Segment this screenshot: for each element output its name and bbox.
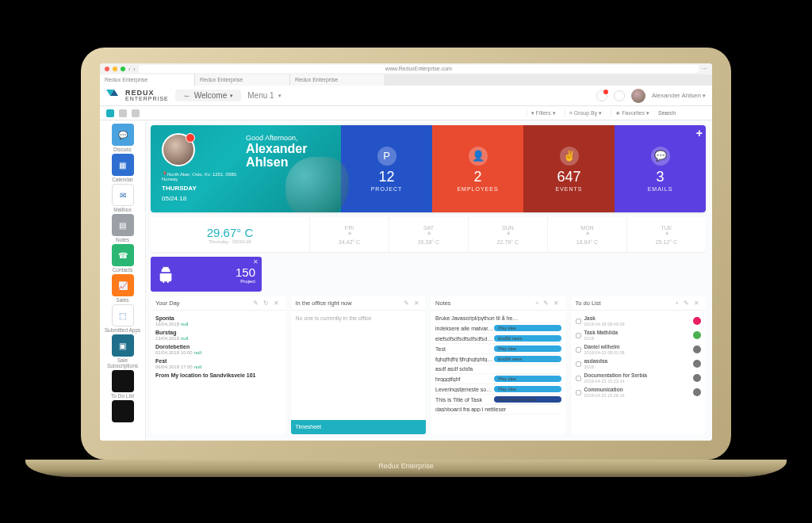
search-input[interactable] bbox=[658, 110, 706, 116]
assignee-avatar bbox=[693, 345, 701, 353]
todo-row[interactable]: Jask2018-04-18 08:49:09 bbox=[576, 314, 702, 328]
hero-banner: + North Aker, Oslo, Kv. 1251, 0580, Norw… bbox=[151, 125, 706, 212]
card-your-day: Your Day✎ ↻ ✕ Sponta16/04,2018 nullBurst… bbox=[151, 296, 286, 434]
note-row[interactable]: TestPlay idea bbox=[435, 344, 561, 354]
chat-icon[interactable] bbox=[614, 90, 625, 101]
note-row[interactable]: Bruke Javascript/python til å he… bbox=[435, 314, 561, 323]
note-row[interactable]: Leveringstjeneste som er en bla…Play ide… bbox=[435, 384, 561, 395]
timesheet-button[interactable]: Timesheet bbox=[291, 420, 427, 434]
todo-row[interactable]: asdasdsa2018 bbox=[576, 357, 702, 371]
window-max[interactable] bbox=[121, 67, 125, 71]
sidebar-label: Calendar bbox=[105, 177, 141, 182]
menu-1[interactable]: Menu 1 bbox=[247, 91, 281, 100]
welcome-dropdown[interactable]: ← Welcome ▾ bbox=[175, 90, 242, 101]
assignee-avatar bbox=[693, 388, 701, 396]
sidebar-icon: ▦ bbox=[112, 154, 134, 176]
note-row[interactable]: fghgfhjfhj fjfrghgfghfghgfhjfh dg…End06 … bbox=[435, 354, 561, 365]
note-row[interactable]: indeksere alle matvarer hjemm…Play idea bbox=[435, 323, 561, 334]
url-field[interactable]: www.ReduxEnterprise.com bbox=[139, 65, 699, 73]
logo-icon bbox=[106, 90, 119, 102]
stat-project[interactable]: P 12 PROJECT bbox=[341, 125, 432, 212]
favorites-button[interactable]: ★ Favorites bbox=[611, 109, 653, 117]
activity-icon[interactable] bbox=[596, 90, 607, 101]
filters-button[interactable]: ▾ Filters bbox=[527, 109, 560, 117]
card-actions[interactable]: ✎ ↻ ✕ bbox=[253, 300, 281, 307]
checkbox[interactable] bbox=[576, 319, 581, 324]
weather-day: SUN☀22.79° C bbox=[468, 217, 547, 252]
sidebar-item[interactable]: To Do List bbox=[105, 370, 141, 399]
your-day-item[interactable]: Sponta16/04,2018 null bbox=[155, 314, 282, 328]
greeting: Good Afternoon, bbox=[246, 134, 298, 142]
back-arrow-icon[interactable]: ← bbox=[183, 91, 191, 100]
your-day-item[interactable]: Dorotebetien01/04,2018 10:00 null bbox=[155, 342, 282, 357]
nav-back-icon[interactable]: ‹ bbox=[128, 67, 130, 72]
sidebar-icon: ▣ bbox=[112, 334, 134, 357]
stat-events[interactable]: ✌ 647 EVENTS bbox=[523, 125, 615, 212]
sidebar-icon bbox=[112, 400, 134, 422]
checkbox[interactable] bbox=[576, 333, 581, 338]
assignee-avatar bbox=[693, 317, 701, 325]
note-row[interactable]: dashboard fra app i nettleser bbox=[435, 405, 561, 414]
assignee-avatar bbox=[693, 331, 701, 339]
card-actions[interactable]: + ✎ ✕ bbox=[535, 300, 561, 307]
window-min[interactable] bbox=[113, 67, 117, 71]
view-list-icon[interactable] bbox=[132, 109, 140, 117]
sidebar-item[interactable]: ☎Contacts bbox=[105, 244, 141, 273]
user-avatar[interactable] bbox=[631, 89, 645, 103]
note-row[interactable]: This is Title of TaskSerial Medical Sant bbox=[435, 395, 561, 405]
weather-day: SAT☀26.38° C bbox=[389, 217, 468, 252]
weather-day: MON☀18.84° C bbox=[547, 217, 626, 252]
sidebar-item[interactable]: ▦Calendar bbox=[105, 154, 141, 182]
todo-row[interactable]: Task Mathilda2018 bbox=[576, 328, 702, 342]
project-icon: P bbox=[377, 147, 396, 166]
sidebar-item[interactable]: ✉Mailbox bbox=[105, 184, 141, 212]
note-row[interactable]: asdf asdf sdsfa bbox=[435, 365, 561, 374]
todo-row[interactable]: Communication2018-04-23 15:26:14 bbox=[576, 385, 702, 399]
browser-menu-icon[interactable]: ⋯ bbox=[702, 66, 707, 72]
checkbox[interactable] bbox=[576, 361, 581, 367]
browser-tab[interactable]: Redux Enterprise bbox=[290, 74, 385, 86]
sidebar-item[interactable]: ▣Sale Subscriptions bbox=[105, 334, 141, 368]
profile-avatar[interactable] bbox=[162, 133, 195, 166]
weather-today: 29.67° C Thursday · 05/24.18 bbox=[151, 217, 309, 252]
your-day-item[interactable]: Burstag13/04,2018 null bbox=[155, 328, 282, 342]
card-actions[interactable]: ✎ ✕ bbox=[404, 300, 421, 307]
assignee-avatar bbox=[693, 374, 701, 382]
browser-tab[interactable]: Redux Enterprise bbox=[195, 74, 290, 86]
checkbox[interactable] bbox=[576, 376, 581, 381]
hero-day: THURSDAY bbox=[162, 185, 238, 192]
add-widget-icon[interactable]: + bbox=[696, 127, 703, 139]
project-tile[interactable]: ✕ 150 Project bbox=[151, 257, 262, 292]
your-day-item[interactable]: Fest06/04,2018 17:00 null bbox=[155, 357, 282, 371]
card-title: Notes bbox=[435, 300, 451, 307]
groupby-button[interactable]: ≡ Group By bbox=[565, 109, 607, 117]
browser-tab[interactable]: Redux Enterprise bbox=[100, 74, 195, 86]
window-close[interactable] bbox=[105, 67, 109, 71]
events-icon: ✌ bbox=[560, 147, 579, 166]
note-row[interactable]: hrgggtfghfPlay idea bbox=[435, 374, 561, 384]
your-day-item[interactable]: From My location to Sandviksveie 101 bbox=[155, 371, 282, 380]
view-card-icon[interactable] bbox=[106, 109, 114, 117]
sidebar-item[interactable]: 📈Sales bbox=[105, 274, 141, 303]
weather-day: FRI☀34.42° C bbox=[309, 217, 389, 252]
user-menu[interactable]: Alexander Ahlsen bbox=[652, 92, 706, 99]
sidebar-item[interactable]: 💬Discuss bbox=[105, 124, 141, 152]
view-grid-icon[interactable] bbox=[119, 109, 127, 117]
note-row[interactable]: eiefsdfsdfsdfsdfsdfsdfsdEnd06 news bbox=[435, 334, 561, 344]
checkbox[interactable] bbox=[576, 390, 581, 395]
close-icon[interactable]: ✕ bbox=[253, 258, 259, 265]
nav-fwd-icon[interactable]: › bbox=[133, 67, 135, 72]
sidebar-icon: 💬 bbox=[112, 124, 134, 146]
todo-row[interactable]: Documentation for Serbia2018-04-23 15:23… bbox=[576, 371, 702, 385]
sidebar-label: Discuss bbox=[105, 147, 141, 152]
stat-emails[interactable]: 💬 3 EMAILS bbox=[615, 125, 706, 212]
todo-row[interactable]: Daniel wilhelm2018-04-23 08:01:08 bbox=[576, 342, 702, 357]
checkbox[interactable] bbox=[576, 347, 581, 353]
sidebar-label: Sales bbox=[105, 297, 141, 303]
stat-employees[interactable]: 👤 2 EMPLOYEES bbox=[432, 125, 523, 212]
emails-icon: 💬 bbox=[651, 147, 670, 166]
sidebar-item[interactable]: ⬚Submitted Apps bbox=[105, 304, 141, 333]
card-actions[interactable]: + ✎ ✕ bbox=[675, 300, 701, 307]
sidebar-item[interactable]: ▤Notes bbox=[105, 214, 141, 242]
sidebar-item[interactable] bbox=[105, 400, 141, 423]
